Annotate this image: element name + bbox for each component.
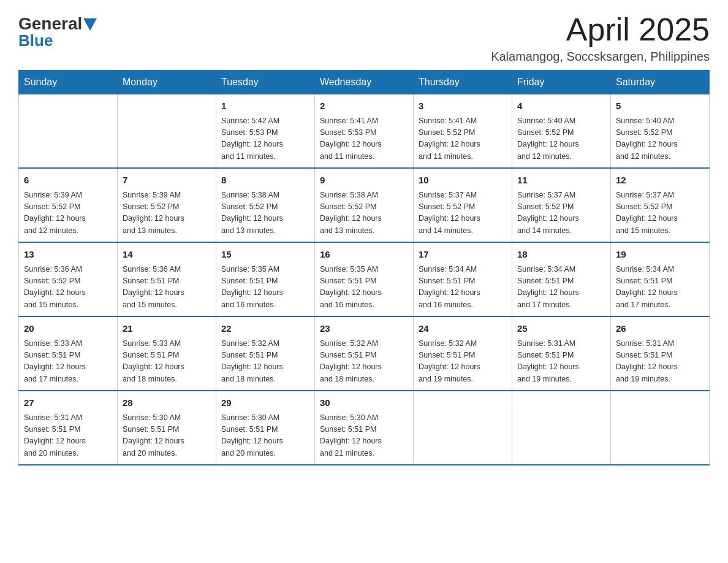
day-number: 16 xyxy=(320,248,408,262)
day-number: 28 xyxy=(123,396,211,410)
day-info: Sunrise: 5:39 AMSunset: 5:52 PMDaylight:… xyxy=(123,190,211,237)
table-row: 9Sunrise: 5:38 AMSunset: 5:52 PMDaylight… xyxy=(315,168,414,242)
day-number: 11 xyxy=(517,174,605,188)
day-number: 27 xyxy=(24,396,112,410)
day-info: Sunrise: 5:41 AMSunset: 5:53 PMDaylight:… xyxy=(320,115,408,163)
table-row: 15Sunrise: 5:35 AMSunset: 5:51 PMDayligh… xyxy=(216,242,315,316)
table-row: 10Sunrise: 5:37 AMSunset: 5:52 PMDayligh… xyxy=(414,168,512,242)
day-info: Sunrise: 5:30 AMSunset: 5:51 PMDaylight:… xyxy=(123,412,211,460)
table-row: 21Sunrise: 5:33 AMSunset: 5:51 PMDayligh… xyxy=(118,316,216,391)
day-number: 18 xyxy=(517,248,605,262)
table-row xyxy=(118,94,216,169)
logo-blue-text: Blue xyxy=(18,31,53,50)
location-subtitle: Kalamangog, Soccsksargen, Philippines xyxy=(491,50,710,64)
day-info: Sunrise: 5:32 AMSunset: 5:51 PMDaylight:… xyxy=(221,338,309,386)
day-info: Sunrise: 5:38 AMSunset: 5:52 PMDaylight:… xyxy=(320,190,408,237)
table-row: 22Sunrise: 5:32 AMSunset: 5:51 PMDayligh… xyxy=(216,316,315,391)
col-monday: Monday xyxy=(118,71,216,94)
day-number: 7 xyxy=(123,174,211,188)
col-sunday: Sunday xyxy=(19,71,118,94)
day-info: Sunrise: 5:40 AMSunset: 5:52 PMDaylight:… xyxy=(517,115,605,163)
page-header: General Blue April 2025 Kalamangog, Socc… xyxy=(18,12,710,64)
table-row: 4Sunrise: 5:40 AMSunset: 5:52 PMDaylight… xyxy=(512,94,611,169)
day-number: 5 xyxy=(616,99,704,113)
day-number: 23 xyxy=(320,322,408,336)
day-info: Sunrise: 5:31 AMSunset: 5:51 PMDaylight:… xyxy=(616,338,704,386)
calendar-week-row: 6Sunrise: 5:39 AMSunset: 5:52 PMDaylight… xyxy=(19,168,710,242)
calendar-week-row: 20Sunrise: 5:33 AMSunset: 5:51 PMDayligh… xyxy=(19,316,710,391)
day-info: Sunrise: 5:31 AMSunset: 5:51 PMDaylight:… xyxy=(24,412,112,460)
day-number: 8 xyxy=(221,174,309,188)
day-info: Sunrise: 5:34 AMSunset: 5:51 PMDaylight:… xyxy=(616,264,704,312)
table-row xyxy=(611,391,710,465)
table-row: 14Sunrise: 5:36 AMSunset: 5:51 PMDayligh… xyxy=(118,242,216,316)
day-number: 12 xyxy=(616,174,704,188)
table-row: 20Sunrise: 5:33 AMSunset: 5:51 PMDayligh… xyxy=(19,316,118,391)
day-number: 4 xyxy=(517,99,605,113)
day-number: 6 xyxy=(24,174,112,188)
day-info: Sunrise: 5:31 AMSunset: 5:51 PMDaylight:… xyxy=(517,338,605,386)
table-row: 1Sunrise: 5:42 AMSunset: 5:53 PMDaylight… xyxy=(216,94,315,169)
table-row: 3Sunrise: 5:41 AMSunset: 5:52 PMDaylight… xyxy=(414,94,512,169)
day-number: 30 xyxy=(320,396,408,410)
day-info: Sunrise: 5:37 AMSunset: 5:52 PMDaylight:… xyxy=(616,190,704,237)
day-number: 21 xyxy=(123,322,211,336)
table-row: 12Sunrise: 5:37 AMSunset: 5:52 PMDayligh… xyxy=(611,168,710,242)
day-info: Sunrise: 5:33 AMSunset: 5:51 PMDaylight:… xyxy=(24,338,112,386)
day-info: Sunrise: 5:35 AMSunset: 5:51 PMDaylight:… xyxy=(221,264,309,312)
day-number: 10 xyxy=(419,174,507,188)
day-number: 9 xyxy=(320,174,408,188)
day-info: Sunrise: 5:39 AMSunset: 5:52 PMDaylight:… xyxy=(24,190,112,237)
logo-general-text: General xyxy=(18,15,82,33)
day-info: Sunrise: 5:36 AMSunset: 5:51 PMDaylight:… xyxy=(123,264,211,312)
day-info: Sunrise: 5:42 AMSunset: 5:53 PMDaylight:… xyxy=(221,115,309,163)
col-thursday: Thursday xyxy=(414,71,512,94)
day-info: Sunrise: 5:36 AMSunset: 5:52 PMDaylight:… xyxy=(24,264,112,312)
calendar-week-row: 13Sunrise: 5:36 AMSunset: 5:52 PMDayligh… xyxy=(19,242,710,316)
day-number: 1 xyxy=(221,99,309,113)
col-wednesday: Wednesday xyxy=(315,71,414,94)
day-number: 3 xyxy=(419,99,507,113)
title-block: April 2025 Kalamangog, Soccsksargen, Phi… xyxy=(491,12,710,64)
table-row xyxy=(19,94,118,169)
table-row: 11Sunrise: 5:37 AMSunset: 5:52 PMDayligh… xyxy=(512,168,611,242)
day-number: 13 xyxy=(24,248,112,262)
day-info: Sunrise: 5:30 AMSunset: 5:51 PMDaylight:… xyxy=(221,412,309,460)
day-number: 2 xyxy=(320,99,408,113)
calendar-week-row: 27Sunrise: 5:31 AMSunset: 5:51 PMDayligh… xyxy=(19,391,710,465)
table-row: 2Sunrise: 5:41 AMSunset: 5:53 PMDaylight… xyxy=(315,94,414,169)
day-info: Sunrise: 5:37 AMSunset: 5:52 PMDaylight:… xyxy=(517,190,605,237)
col-saturday: Saturday xyxy=(611,71,710,94)
table-row xyxy=(512,391,611,465)
table-row xyxy=(414,391,512,465)
table-row: 13Sunrise: 5:36 AMSunset: 5:52 PMDayligh… xyxy=(19,242,118,316)
table-row: 8Sunrise: 5:38 AMSunset: 5:52 PMDaylight… xyxy=(216,168,315,242)
day-info: Sunrise: 5:33 AMSunset: 5:51 PMDaylight:… xyxy=(123,338,211,386)
col-friday: Friday xyxy=(512,71,611,94)
table-row: 6Sunrise: 5:39 AMSunset: 5:52 PMDaylight… xyxy=(19,168,118,242)
day-number: 14 xyxy=(123,248,211,262)
table-row: 5Sunrise: 5:40 AMSunset: 5:52 PMDaylight… xyxy=(611,94,710,169)
day-info: Sunrise: 5:32 AMSunset: 5:51 PMDaylight:… xyxy=(419,338,507,386)
day-number: 20 xyxy=(24,322,112,336)
calendar-header-row: Sunday Monday Tuesday Wednesday Thursday… xyxy=(19,71,710,94)
month-year-title: April 2025 xyxy=(491,12,710,47)
table-row: 24Sunrise: 5:32 AMSunset: 5:51 PMDayligh… xyxy=(414,316,512,391)
day-number: 29 xyxy=(221,396,309,410)
table-row: 23Sunrise: 5:32 AMSunset: 5:51 PMDayligh… xyxy=(315,316,414,391)
table-row: 7Sunrise: 5:39 AMSunset: 5:52 PMDaylight… xyxy=(118,168,216,242)
day-info: Sunrise: 5:35 AMSunset: 5:51 PMDaylight:… xyxy=(320,264,408,312)
day-number: 15 xyxy=(221,248,309,262)
day-info: Sunrise: 5:34 AMSunset: 5:51 PMDaylight:… xyxy=(419,264,507,312)
day-info: Sunrise: 5:37 AMSunset: 5:52 PMDaylight:… xyxy=(419,190,507,237)
day-info: Sunrise: 5:38 AMSunset: 5:52 PMDaylight:… xyxy=(221,190,309,237)
svg-marker-0 xyxy=(83,18,97,31)
day-info: Sunrise: 5:32 AMSunset: 5:51 PMDaylight:… xyxy=(320,338,408,386)
table-row: 19Sunrise: 5:34 AMSunset: 5:51 PMDayligh… xyxy=(611,242,710,316)
day-info: Sunrise: 5:34 AMSunset: 5:51 PMDaylight:… xyxy=(517,264,605,312)
table-row: 16Sunrise: 5:35 AMSunset: 5:51 PMDayligh… xyxy=(315,242,414,316)
table-row: 29Sunrise: 5:30 AMSunset: 5:51 PMDayligh… xyxy=(216,391,315,465)
col-tuesday: Tuesday xyxy=(216,71,315,94)
day-info: Sunrise: 5:30 AMSunset: 5:51 PMDaylight:… xyxy=(320,412,408,460)
calendar-week-row: 1Sunrise: 5:42 AMSunset: 5:53 PMDaylight… xyxy=(19,94,710,169)
